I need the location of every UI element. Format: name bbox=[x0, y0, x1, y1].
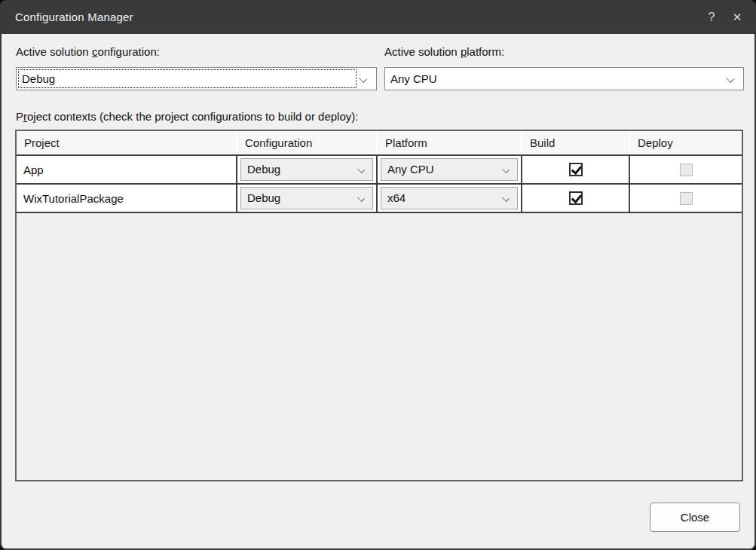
titlebar: Configuration Manager ? ✕ bbox=[0, 0, 756, 34]
deploy-cell bbox=[630, 156, 742, 183]
row-platform-select[interactable]: Any CPU bbox=[381, 158, 518, 181]
active-platform-label: Active solution platform: bbox=[384, 45, 504, 58]
active-platform-select[interactable]: Any CPU bbox=[384, 67, 744, 90]
chevron-down-icon bbox=[502, 194, 510, 202]
help-icon[interactable]: ? bbox=[699, 5, 724, 30]
window-controls: ? ✕ bbox=[699, 5, 756, 30]
dialog-body: Active solution configuration: Active so… bbox=[2, 34, 754, 548]
column-header-project: Project bbox=[17, 131, 237, 154]
column-header-deploy: Deploy bbox=[630, 131, 742, 154]
project-name-cell: App bbox=[17, 156, 237, 183]
row-configuration-select[interactable]: Debug bbox=[240, 158, 373, 181]
configuration-cell: Debug bbox=[237, 185, 378, 212]
close-icon[interactable]: ✕ bbox=[724, 5, 750, 30]
build-cell bbox=[522, 156, 630, 183]
table-row: WixTutorialPackage Debug x64 bbox=[17, 185, 742, 213]
table-row: App Debug Any CPU bbox=[17, 156, 742, 185]
active-configuration-label: Active solution configuration: bbox=[16, 45, 160, 58]
platform-cell: x64 bbox=[378, 185, 522, 212]
focus-rectangle bbox=[18, 69, 357, 88]
build-cell bbox=[522, 185, 630, 212]
chevron-down-icon bbox=[726, 75, 734, 83]
close-button[interactable]: Close bbox=[650, 503, 740, 532]
active-platform-value: Any CPU bbox=[390, 68, 437, 90]
build-checkbox[interactable] bbox=[569, 163, 583, 176]
column-header-configuration: Configuration bbox=[237, 131, 378, 154]
chevron-down-icon bbox=[357, 166, 365, 173]
grid-header-row: Project Configuration Platform Build Dep… bbox=[17, 131, 742, 156]
row-configuration-value: Debug bbox=[247, 188, 280, 209]
project-contexts-label: Project contexts (check the project conf… bbox=[16, 110, 358, 123]
column-header-platform: Platform bbox=[378, 131, 522, 154]
build-checkbox[interactable] bbox=[569, 191, 583, 205]
active-configuration-select[interactable]: Debug bbox=[16, 67, 377, 90]
row-configuration-value: Debug bbox=[247, 159, 280, 180]
deploy-checkbox bbox=[680, 192, 693, 205]
chevron-down-icon bbox=[357, 194, 365, 202]
configuration-manager-dialog: Configuration Manager ? ✕ Active solutio… bbox=[0, 0, 756, 550]
deploy-checkbox bbox=[680, 163, 693, 176]
row-platform-value: x64 bbox=[387, 188, 406, 209]
project-contexts-grid: Project Configuration Platform Build Dep… bbox=[15, 130, 743, 481]
row-platform-value: Any CPU bbox=[387, 159, 434, 180]
deploy-cell bbox=[630, 185, 742, 212]
window-title: Configuration Manager bbox=[15, 11, 133, 23]
row-platform-select[interactable]: x64 bbox=[381, 187, 518, 209]
project-name-cell: WixTutorialPackage bbox=[17, 185, 237, 212]
row-configuration-select[interactable]: Debug bbox=[240, 187, 373, 209]
configuration-cell: Debug bbox=[237, 156, 378, 183]
column-header-build: Build bbox=[522, 131, 630, 154]
platform-cell: Any CPU bbox=[378, 156, 522, 183]
chevron-down-icon bbox=[502, 166, 510, 173]
chevron-down-icon bbox=[359, 75, 367, 83]
